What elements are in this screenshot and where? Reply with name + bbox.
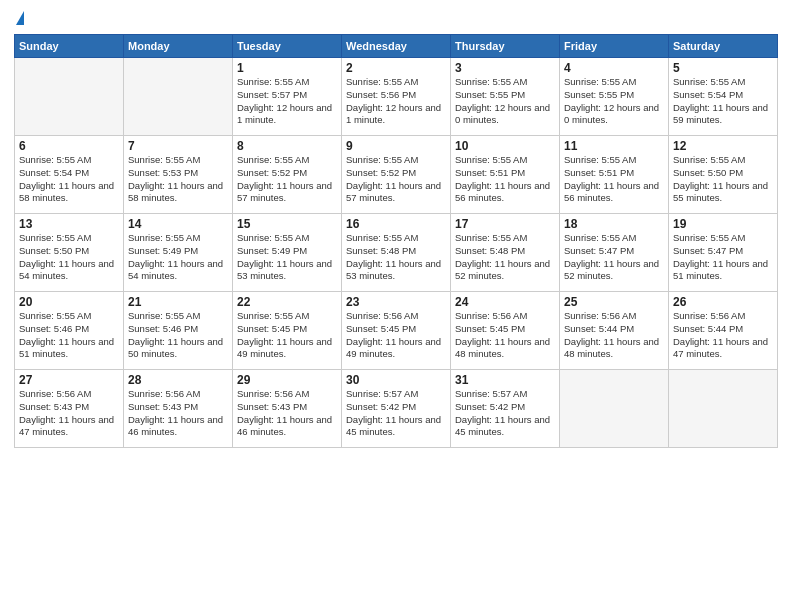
day-number: 2	[346, 61, 446, 75]
day-number: 22	[237, 295, 337, 309]
calendar-cell: 8Sunrise: 5:55 AM Sunset: 5:52 PM Daylig…	[233, 136, 342, 214]
day-info: Sunrise: 5:56 AM Sunset: 5:43 PM Dayligh…	[19, 388, 119, 439]
day-info: Sunrise: 5:55 AM Sunset: 5:56 PM Dayligh…	[346, 76, 446, 127]
calendar-cell: 3Sunrise: 5:55 AM Sunset: 5:55 PM Daylig…	[451, 58, 560, 136]
day-number: 23	[346, 295, 446, 309]
calendar-cell: 4Sunrise: 5:55 AM Sunset: 5:55 PM Daylig…	[560, 58, 669, 136]
calendar-header-wednesday: Wednesday	[342, 35, 451, 58]
day-number: 8	[237, 139, 337, 153]
calendar-cell: 28Sunrise: 5:56 AM Sunset: 5:43 PM Dayli…	[124, 370, 233, 448]
day-info: Sunrise: 5:55 AM Sunset: 5:51 PM Dayligh…	[455, 154, 555, 205]
day-number: 17	[455, 217, 555, 231]
calendar-cell: 1Sunrise: 5:55 AM Sunset: 5:57 PM Daylig…	[233, 58, 342, 136]
calendar-header-sunday: Sunday	[15, 35, 124, 58]
calendar-cell: 27Sunrise: 5:56 AM Sunset: 5:43 PM Dayli…	[15, 370, 124, 448]
week-row-4: 20Sunrise: 5:55 AM Sunset: 5:46 PM Dayli…	[15, 292, 778, 370]
day-number: 16	[346, 217, 446, 231]
day-number: 13	[19, 217, 119, 231]
calendar-header-row: SundayMondayTuesdayWednesdayThursdayFrid…	[15, 35, 778, 58]
day-number: 18	[564, 217, 664, 231]
day-number: 4	[564, 61, 664, 75]
calendar-cell: 26Sunrise: 5:56 AM Sunset: 5:44 PM Dayli…	[669, 292, 778, 370]
day-info: Sunrise: 5:57 AM Sunset: 5:42 PM Dayligh…	[455, 388, 555, 439]
day-info: Sunrise: 5:57 AM Sunset: 5:42 PM Dayligh…	[346, 388, 446, 439]
calendar-cell: 16Sunrise: 5:55 AM Sunset: 5:48 PM Dayli…	[342, 214, 451, 292]
day-number: 25	[564, 295, 664, 309]
day-info: Sunrise: 5:55 AM Sunset: 5:48 PM Dayligh…	[346, 232, 446, 283]
calendar-cell: 19Sunrise: 5:55 AM Sunset: 5:47 PM Dayli…	[669, 214, 778, 292]
day-number: 1	[237, 61, 337, 75]
week-row-3: 13Sunrise: 5:55 AM Sunset: 5:50 PM Dayli…	[15, 214, 778, 292]
day-number: 20	[19, 295, 119, 309]
day-info: Sunrise: 5:56 AM Sunset: 5:45 PM Dayligh…	[346, 310, 446, 361]
day-number: 19	[673, 217, 773, 231]
day-info: Sunrise: 5:56 AM Sunset: 5:43 PM Dayligh…	[237, 388, 337, 439]
day-info: Sunrise: 5:55 AM Sunset: 5:49 PM Dayligh…	[237, 232, 337, 283]
header	[14, 12, 778, 26]
calendar-cell: 30Sunrise: 5:57 AM Sunset: 5:42 PM Dayli…	[342, 370, 451, 448]
week-row-5: 27Sunrise: 5:56 AM Sunset: 5:43 PM Dayli…	[15, 370, 778, 448]
calendar-cell	[124, 58, 233, 136]
calendar-cell: 2Sunrise: 5:55 AM Sunset: 5:56 PM Daylig…	[342, 58, 451, 136]
day-number: 9	[346, 139, 446, 153]
calendar-cell: 22Sunrise: 5:55 AM Sunset: 5:45 PM Dayli…	[233, 292, 342, 370]
calendar-cell: 9Sunrise: 5:55 AM Sunset: 5:52 PM Daylig…	[342, 136, 451, 214]
day-info: Sunrise: 5:56 AM Sunset: 5:44 PM Dayligh…	[564, 310, 664, 361]
calendar-header-friday: Friday	[560, 35, 669, 58]
calendar-cell: 14Sunrise: 5:55 AM Sunset: 5:49 PM Dayli…	[124, 214, 233, 292]
calendar-cell	[560, 370, 669, 448]
day-number: 6	[19, 139, 119, 153]
day-number: 21	[128, 295, 228, 309]
day-info: Sunrise: 5:55 AM Sunset: 5:55 PM Dayligh…	[455, 76, 555, 127]
day-number: 26	[673, 295, 773, 309]
calendar-cell: 15Sunrise: 5:55 AM Sunset: 5:49 PM Dayli…	[233, 214, 342, 292]
calendar-cell: 24Sunrise: 5:56 AM Sunset: 5:45 PM Dayli…	[451, 292, 560, 370]
day-number: 30	[346, 373, 446, 387]
day-info: Sunrise: 5:55 AM Sunset: 5:51 PM Dayligh…	[564, 154, 664, 205]
calendar-header-monday: Monday	[124, 35, 233, 58]
calendar-cell: 11Sunrise: 5:55 AM Sunset: 5:51 PM Dayli…	[560, 136, 669, 214]
calendar-cell: 20Sunrise: 5:55 AM Sunset: 5:46 PM Dayli…	[15, 292, 124, 370]
calendar-cell	[669, 370, 778, 448]
calendar-cell: 23Sunrise: 5:56 AM Sunset: 5:45 PM Dayli…	[342, 292, 451, 370]
calendar-header-thursday: Thursday	[451, 35, 560, 58]
calendar-cell: 13Sunrise: 5:55 AM Sunset: 5:50 PM Dayli…	[15, 214, 124, 292]
day-info: Sunrise: 5:55 AM Sunset: 5:52 PM Dayligh…	[346, 154, 446, 205]
day-number: 5	[673, 61, 773, 75]
day-number: 3	[455, 61, 555, 75]
logo-triangle-icon	[16, 11, 24, 25]
day-info: Sunrise: 5:55 AM Sunset: 5:50 PM Dayligh…	[673, 154, 773, 205]
day-number: 14	[128, 217, 228, 231]
day-info: Sunrise: 5:55 AM Sunset: 5:54 PM Dayligh…	[673, 76, 773, 127]
day-info: Sunrise: 5:56 AM Sunset: 5:43 PM Dayligh…	[128, 388, 228, 439]
day-info: Sunrise: 5:55 AM Sunset: 5:45 PM Dayligh…	[237, 310, 337, 361]
day-info: Sunrise: 5:55 AM Sunset: 5:47 PM Dayligh…	[673, 232, 773, 283]
day-number: 27	[19, 373, 119, 387]
calendar-cell: 12Sunrise: 5:55 AM Sunset: 5:50 PM Dayli…	[669, 136, 778, 214]
day-number: 7	[128, 139, 228, 153]
day-info: Sunrise: 5:56 AM Sunset: 5:44 PM Dayligh…	[673, 310, 773, 361]
calendar-cell	[15, 58, 124, 136]
day-info: Sunrise: 5:55 AM Sunset: 5:52 PM Dayligh…	[237, 154, 337, 205]
calendar-cell: 10Sunrise: 5:55 AM Sunset: 5:51 PM Dayli…	[451, 136, 560, 214]
day-info: Sunrise: 5:55 AM Sunset: 5:47 PM Dayligh…	[564, 232, 664, 283]
calendar-cell: 29Sunrise: 5:56 AM Sunset: 5:43 PM Dayli…	[233, 370, 342, 448]
day-number: 29	[237, 373, 337, 387]
day-info: Sunrise: 5:55 AM Sunset: 5:54 PM Dayligh…	[19, 154, 119, 205]
week-row-1: 1Sunrise: 5:55 AM Sunset: 5:57 PM Daylig…	[15, 58, 778, 136]
calendar-header-saturday: Saturday	[669, 35, 778, 58]
day-number: 10	[455, 139, 555, 153]
day-info: Sunrise: 5:55 AM Sunset: 5:48 PM Dayligh…	[455, 232, 555, 283]
calendar-table: SundayMondayTuesdayWednesdayThursdayFrid…	[14, 34, 778, 448]
calendar-cell: 5Sunrise: 5:55 AM Sunset: 5:54 PM Daylig…	[669, 58, 778, 136]
calendar-cell: 7Sunrise: 5:55 AM Sunset: 5:53 PM Daylig…	[124, 136, 233, 214]
calendar-cell: 25Sunrise: 5:56 AM Sunset: 5:44 PM Dayli…	[560, 292, 669, 370]
calendar-cell: 18Sunrise: 5:55 AM Sunset: 5:47 PM Dayli…	[560, 214, 669, 292]
day-info: Sunrise: 5:55 AM Sunset: 5:50 PM Dayligh…	[19, 232, 119, 283]
day-number: 24	[455, 295, 555, 309]
day-info: Sunrise: 5:55 AM Sunset: 5:49 PM Dayligh…	[128, 232, 228, 283]
day-info: Sunrise: 5:55 AM Sunset: 5:57 PM Dayligh…	[237, 76, 337, 127]
day-number: 12	[673, 139, 773, 153]
day-info: Sunrise: 5:56 AM Sunset: 5:45 PM Dayligh…	[455, 310, 555, 361]
day-number: 31	[455, 373, 555, 387]
